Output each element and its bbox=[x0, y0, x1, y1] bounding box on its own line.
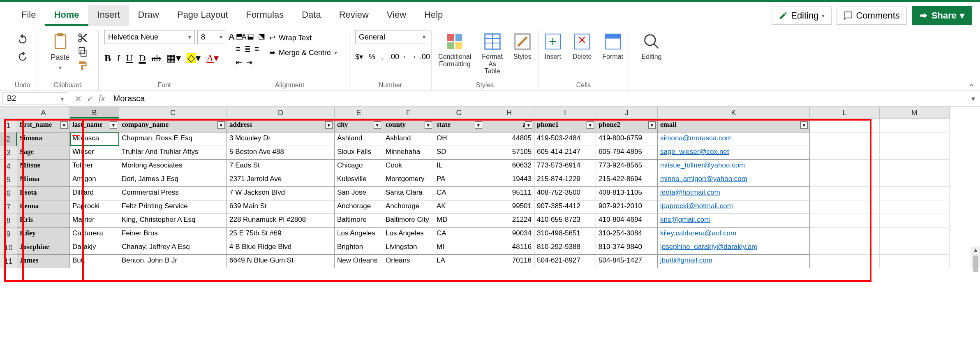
table-cell[interactable]: leota@hotmail.com bbox=[658, 187, 810, 200]
table-cell[interactable]: IL bbox=[434, 160, 484, 173]
empty-cell[interactable] bbox=[880, 200, 950, 214]
table-cell[interactable]: Santa Clara bbox=[383, 187, 434, 200]
table-cell[interactable]: Ashland bbox=[383, 132, 434, 146]
row-header[interactable]: 10 bbox=[0, 241, 17, 255]
table-header-cell[interactable]: company_name▾ bbox=[119, 119, 227, 132]
undo-icon[interactable] bbox=[16, 33, 30, 45]
filter-dropdown-icon[interactable]: ▾ bbox=[648, 121, 656, 129]
merge-centre-button[interactable]: ⬌Merge & Centre▾ bbox=[269, 48, 337, 57]
table-cell[interactable]: Livingston bbox=[383, 241, 434, 255]
table-cell[interactable]: 773-573-6914 bbox=[534, 160, 596, 173]
table-cell[interactable]: 7 W Jackson Blvd bbox=[227, 187, 335, 200]
empty-cell[interactable] bbox=[810, 132, 880, 146]
table-cell[interactable]: 6649 N Blue Gum St bbox=[227, 255, 335, 268]
table-cell[interactable]: CA bbox=[434, 187, 484, 200]
table-header-cell[interactable]: phone1▾ bbox=[534, 119, 596, 132]
table-cell[interactable]: 605-414-2147 bbox=[534, 146, 596, 160]
table-cell[interactable]: kiley.caldarera@aol.com bbox=[658, 228, 810, 241]
empty-cell[interactable] bbox=[880, 160, 950, 173]
row-header[interactable]: 8 bbox=[0, 214, 17, 228]
row-header[interactable]: 2 bbox=[0, 132, 17, 146]
empty-cell[interactable] bbox=[880, 228, 950, 241]
table-cell[interactable]: josephine_darakjy@darakjy.org bbox=[658, 241, 810, 255]
increase-decimal-button[interactable]: .00→ bbox=[389, 53, 407, 61]
table-cell[interactable]: Mitsue bbox=[17, 160, 70, 173]
table-cell[interactable]: James bbox=[17, 255, 70, 268]
table-header-cell[interactable]: address▾ bbox=[227, 119, 335, 132]
table-header-cell[interactable]: county▾ bbox=[383, 119, 434, 132]
fill-color-button[interactable]: ◇▾ bbox=[187, 52, 201, 64]
table-cell[interactable]: 410-804-4694 bbox=[596, 214, 658, 228]
empty-cell[interactable] bbox=[810, 187, 880, 200]
percent-button[interactable]: % bbox=[369, 53, 375, 61]
table-cell[interactable]: Paprocki bbox=[70, 200, 119, 214]
email-link[interactable]: jbutt@gmail.com bbox=[660, 256, 712, 264]
table-header-cell[interactable]: phone2▾ bbox=[596, 119, 658, 132]
decrease-indent-icon[interactable]: ⇤ bbox=[236, 58, 242, 67]
expand-formula-bar-icon[interactable]: ▾ bbox=[966, 94, 980, 103]
empty-cell[interactable] bbox=[810, 241, 880, 255]
table-cell[interactable]: Sioux Falls bbox=[335, 146, 383, 160]
empty-cell[interactable] bbox=[810, 160, 880, 173]
table-cell[interactable]: 70116 bbox=[484, 255, 534, 268]
filter-dropdown-icon[interactable]: ▾ bbox=[425, 121, 432, 129]
empty-cell[interactable] bbox=[880, 214, 950, 228]
insert-cells-button[interactable]: + Insert bbox=[541, 30, 565, 63]
conditional-formatting-button[interactable]: Conditional Formatting bbox=[435, 30, 474, 70]
table-cell[interactable]: AK bbox=[434, 200, 484, 214]
empty-cell[interactable] bbox=[810, 214, 880, 228]
table-cell[interactable]: 4 B Blue Ridge Blvd bbox=[227, 241, 335, 255]
strikethrough-button[interactable]: ab bbox=[152, 53, 161, 64]
table-cell[interactable]: 48116 bbox=[484, 241, 534, 255]
number-format-select[interactable]: General▾ bbox=[355, 30, 429, 44]
table-cell[interactable]: Truhlar And Truhlar Attys bbox=[119, 146, 227, 160]
table-cell[interactable]: 639 Main St bbox=[227, 200, 335, 214]
paste-button[interactable]: Paste ▾ bbox=[47, 30, 73, 73]
table-cell[interactable]: 773-924-8565 bbox=[596, 160, 658, 173]
email-link[interactable]: leota@hotmail.com bbox=[660, 188, 720, 196]
font-color-button[interactable]: A▾ bbox=[206, 52, 218, 64]
table-cell[interactable]: 907-385-4412 bbox=[534, 200, 596, 214]
menu-page-layout[interactable]: Page Layout bbox=[168, 5, 237, 26]
empty-cell[interactable] bbox=[810, 119, 880, 132]
italic-button[interactable]: I bbox=[117, 53, 120, 64]
table-cell[interactable]: Anchorage bbox=[383, 200, 434, 214]
table-cell[interactable]: Kulpsville bbox=[335, 173, 383, 187]
double-underline-button[interactable]: D bbox=[139, 53, 146, 64]
column-header-K[interactable]: K bbox=[658, 107, 810, 119]
table-cell[interactable]: lpaprocki@hotmail.com bbox=[658, 200, 810, 214]
empty-cell[interactable] bbox=[810, 146, 880, 160]
email-link[interactable]: minna_amigon@yahoo.com bbox=[660, 175, 747, 183]
row-header[interactable]: 7 bbox=[0, 200, 17, 214]
table-cell[interactable]: Leota bbox=[17, 187, 70, 200]
table-cell[interactable]: Amigon bbox=[70, 173, 119, 187]
table-cell[interactable]: 5 Boston Ave #88 bbox=[227, 146, 335, 160]
table-cell[interactable]: Commercial Press bbox=[119, 187, 227, 200]
table-cell[interactable]: 215-874-1229 bbox=[534, 173, 596, 187]
table-cell[interactable]: King, Christopher A Esq bbox=[119, 214, 227, 228]
table-cell[interactable]: OH bbox=[434, 132, 484, 146]
name-box[interactable]: B2▾ bbox=[2, 92, 68, 105]
empty-cell[interactable] bbox=[880, 132, 950, 146]
table-cell[interactable]: Tollner bbox=[70, 160, 119, 173]
row-header[interactable]: 3 bbox=[0, 146, 17, 160]
select-all-corner[interactable] bbox=[0, 107, 17, 119]
redo-icon[interactable] bbox=[16, 51, 30, 62]
table-cell[interactable]: minna_amigon@yahoo.com bbox=[658, 173, 810, 187]
filter-dropdown-icon[interactable]: ▾ bbox=[325, 121, 333, 129]
table-cell[interactable]: Lenna bbox=[17, 200, 70, 214]
align-middle-icon[interactable]: ⬓ bbox=[247, 32, 254, 41]
email-link[interactable]: kris@gmail.com bbox=[660, 216, 710, 223]
table-cell[interactable]: 44805 bbox=[484, 132, 534, 146]
email-link[interactable]: simona@morasca.com bbox=[660, 134, 732, 142]
table-cell[interactable]: New Orleans bbox=[335, 255, 383, 268]
wrap-text-button[interactable]: ↩Wrap Text bbox=[269, 33, 337, 42]
table-cell[interactable]: 99501 bbox=[484, 200, 534, 214]
menu-data[interactable]: Data bbox=[293, 5, 330, 26]
table-cell[interactable]: 310-498-5651 bbox=[534, 228, 596, 241]
table-cell[interactable]: 907-921-2010 bbox=[596, 200, 658, 214]
table-cell[interactable]: Josephine bbox=[17, 241, 70, 255]
filter-dropdown-icon[interactable]: ▾ bbox=[475, 121, 482, 129]
increase-indent-icon[interactable]: ⇥ bbox=[246, 58, 252, 67]
menu-draw[interactable]: Draw bbox=[129, 5, 168, 26]
